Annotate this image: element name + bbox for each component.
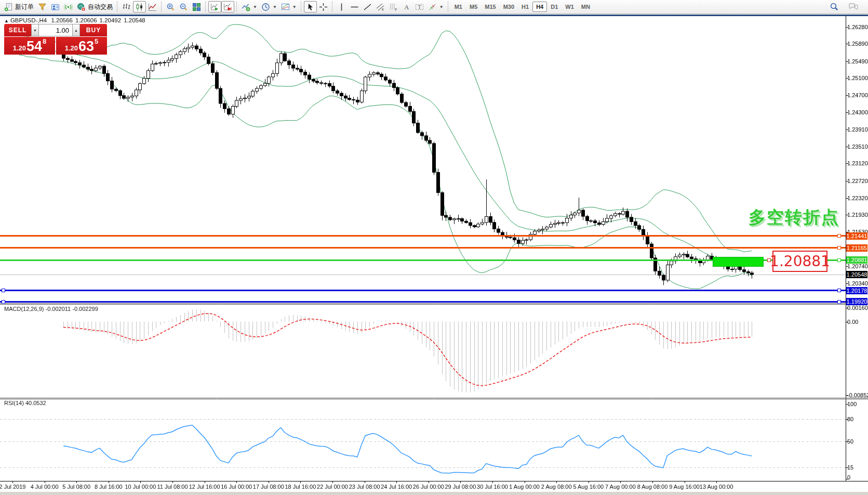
- signals-button[interactable]: [62, 1, 75, 12]
- candlestick-chart-button[interactable]: [133, 1, 146, 12]
- equidistant-channel-button[interactable]: E: [374, 1, 387, 12]
- timeframe-button-h4[interactable]: H4: [532, 2, 547, 12]
- indicators-button[interactable]: ▼: [239, 1, 259, 12]
- volume-decrease-button[interactable]: ▼: [31, 24, 39, 36]
- chevron-down-icon[interactable]: ▼: [273, 5, 277, 9]
- bar-chart-button[interactable]: [120, 1, 133, 12]
- buy-button[interactable]: BUY: [80, 24, 107, 36]
- timeframe-button-d1[interactable]: D1: [547, 2, 562, 12]
- line-anchor-handle[interactable]: [837, 234, 841, 238]
- horizontal-line-button[interactable]: [348, 1, 361, 12]
- periods-icon: [261, 3, 270, 11]
- line-anchor-handle[interactable]: [2, 289, 5, 292]
- price-tick-label: 1.23510: [847, 144, 868, 150]
- price-callout-label[interactable]: 1.20881: [772, 251, 827, 272]
- chevron-down-icon[interactable]: ▼: [253, 5, 257, 9]
- horizontal-line-object[interactable]: [0, 247, 846, 249]
- crosshair-button[interactable]: [317, 1, 330, 12]
- chevron-down-icon[interactable]: ▼: [292, 5, 297, 9]
- volume-input[interactable]: [39, 24, 72, 36]
- rsi-tick-label: 50: [847, 438, 853, 445]
- chat-button[interactable]: [846, 1, 861, 12]
- line-anchor-handle[interactable]: [837, 289, 841, 292]
- price-tick-label: 1.22720: [847, 178, 868, 184]
- fibonacci-button[interactable]: F: [387, 1, 400, 12]
- cursor-button[interactable]: [304, 1, 317, 12]
- profiles-button[interactable]: [49, 1, 62, 12]
- search-button[interactable]: [827, 1, 841, 12]
- turning-point-annotation[interactable]: 多空转折点: [749, 206, 839, 229]
- timeframe-button-h1[interactable]: H1: [518, 2, 532, 12]
- horizontal-line-object[interactable]: [0, 290, 846, 291]
- date-tick-label: 5 Jul 08:00: [62, 484, 90, 490]
- horizontal-line-object[interactable]: [0, 301, 846, 303]
- chat-icon: [848, 2, 859, 11]
- auto-trading-button[interactable]: 自动交易: [75, 1, 115, 12]
- line-anchor-handle[interactable]: [837, 258, 841, 262]
- line-anchor-handle[interactable]: [2, 300, 5, 304]
- periods-button[interactable]: ▼: [259, 1, 279, 12]
- support-zone-rectangle[interactable]: [713, 257, 764, 266]
- macd-tick-label: -0.008522: [847, 392, 868, 398]
- date-tick-label: 5 Aug 16:00: [573, 484, 604, 490]
- toolbar-separator: [332, 2, 333, 12]
- volume-increase-button[interactable]: ▲: [72, 24, 80, 36]
- new-order-button[interactable]: 新订单: [2, 1, 36, 12]
- arrows-button[interactable]: ▼: [426, 1, 446, 12]
- date-tick-label: 16 Jul 00:00: [221, 484, 252, 490]
- mt4-window: 新订单自动交易▼▼▼EFAT▼M1M5M15M30H1H4D1W1MN ▲GBP…: [0, 0, 868, 495]
- equidistant-channel-icon: E: [376, 3, 385, 11]
- auto-trading-icon: [77, 3, 86, 11]
- sell-price-pip: 8: [43, 37, 46, 45]
- symbol-name: GBPUSD-,H4: [10, 17, 47, 23]
- funnel-button[interactable]: [36, 1, 49, 12]
- svg-text:A: A: [404, 3, 409, 11]
- svg-text:T: T: [418, 4, 421, 10]
- timeframe-button-m30[interactable]: M30: [500, 2, 518, 12]
- tile-windows-button[interactable]: [190, 1, 203, 12]
- price-tick-label: 1.22320: [847, 195, 868, 201]
- date-tick-label: 12 Jul 16:00: [189, 484, 220, 490]
- horizontal-line-object[interactable]: [0, 235, 846, 237]
- sell-price-prefix: 1.20: [13, 44, 26, 52]
- date-tick-label: 13 Aug 00:00: [700, 484, 733, 490]
- symbol-ohlc-info: ▲GBPUSD-,H4 1.205661.206061.204921.20548: [4, 17, 148, 23]
- toolbar-button-label: 自动交易: [88, 3, 113, 11]
- line-anchor-handle[interactable]: [837, 300, 841, 304]
- date-tick-label: 30 Jul 16:00: [477, 484, 508, 490]
- rsi-tick-label: 80: [847, 416, 853, 422]
- timeframe-button-m15[interactable]: M15: [481, 2, 499, 12]
- toolbar-button-label: 新订单: [15, 3, 34, 11]
- vertical-line-button[interactable]: [335, 1, 348, 12]
- timeframe-button-w1[interactable]: W1: [562, 2, 578, 12]
- collapse-arrow-icon[interactable]: ▲: [4, 18, 9, 23]
- vertical-line-icon: [337, 3, 346, 11]
- timeframe-button-m5[interactable]: M5: [466, 2, 481, 12]
- line-anchor-handle[interactable]: [837, 246, 841, 250]
- candlestick-chart-icon: [135, 3, 144, 11]
- callout-anchor-handle[interactable]: [767, 258, 771, 262]
- chart-shift-button[interactable]: [221, 1, 234, 12]
- zoom-in-button[interactable]: [164, 1, 177, 12]
- sell-price-display[interactable]: 1.20548: [4, 37, 55, 55]
- price-tick-label: 1.24300: [847, 109, 868, 115]
- text-button[interactable]: A: [400, 1, 413, 12]
- timeframe-button-m1[interactable]: M1: [451, 2, 466, 12]
- sell-button[interactable]: SELL: [4, 24, 31, 36]
- toolbar-separator: [236, 2, 237, 12]
- templates-button[interactable]: ▼: [279, 1, 299, 12]
- main-toolbar: 新订单自动交易▼▼▼EFAT▼M1M5M15M30H1H4D1W1MN: [0, 0, 868, 14]
- auto-scroll-button[interactable]: [208, 1, 221, 12]
- chevron-down-icon[interactable]: ▼: [439, 5, 444, 9]
- date-tick-label: 9 Aug 16:00: [669, 484, 700, 490]
- text-label-button[interactable]: T: [413, 1, 426, 12]
- timeframe-button-mn[interactable]: MN: [578, 2, 594, 12]
- svg-text:F: F: [395, 7, 397, 11]
- date-tick-label: 22 Jul 00:00: [317, 484, 348, 490]
- sell-price-big: 54: [26, 40, 42, 54]
- buy-price-display[interactable]: 1.20635: [56, 37, 107, 55]
- trendline-button[interactable]: [361, 1, 374, 12]
- line-chart-button[interactable]: [146, 1, 159, 12]
- zoom-out-button[interactable]: [177, 1, 190, 12]
- date-tick-label: 8 Jul 16:00: [95, 484, 123, 490]
